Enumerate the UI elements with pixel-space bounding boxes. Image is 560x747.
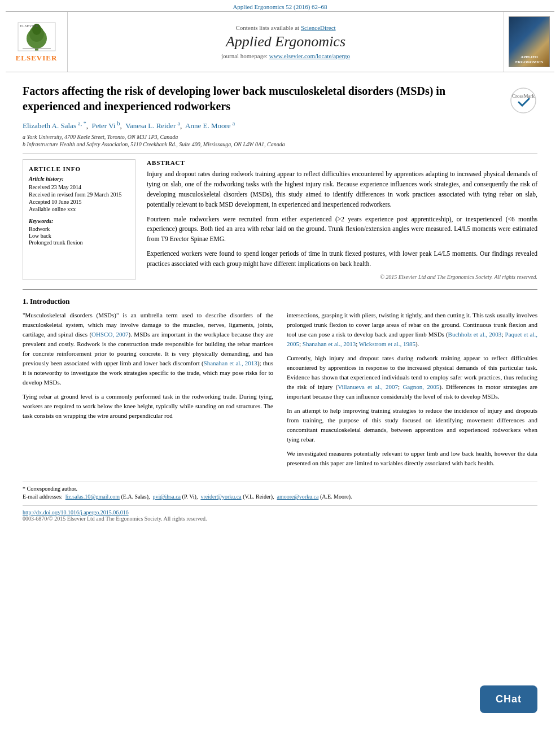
ref-shanahan-2[interactable]: Shanahan et al., 2013 — [303, 340, 356, 347]
abstract-p3: Experienced workers were found to spend … — [147, 249, 537, 269]
footnote-corresponding: * Corresponding author. — [23, 486, 537, 492]
email-reider[interactable]: vreider@yorku.ca — [200, 493, 241, 500]
section-divider-thick — [23, 289, 537, 290]
chat-button[interactable]: CHat — [480, 685, 537, 713]
keyword-rodwork: Rodwork — [29, 226, 129, 232]
journal-citation-bar: Applied Ergonomics 52 (2016) 62–68 — [0, 0, 560, 11]
intro-right-p4: We investigated measures potentially rel… — [287, 449, 537, 468]
svg-point-7 — [511, 88, 536, 113]
footnote-section: * Corresponding author. E-mail addresses… — [23, 482, 537, 500]
journal-header: ELSEVIER ELSEVIER Contents lists availab… — [6, 11, 554, 72]
ref-villanueva[interactable]: Villanueva et al., 2007 — [338, 383, 398, 390]
divider-after-affiliations — [23, 153, 537, 154]
journal-citation: Applied Ergonomics 52 (2016) 62–68 — [233, 3, 327, 10]
email-moore[interactable]: amoore@yorku.ca — [277, 493, 318, 500]
footnote-emails: E-mail addresses: liz.salas.10@gmail.com… — [23, 493, 537, 500]
sciencedirect-line: Contents lists available at ScienceDirec… — [235, 24, 335, 31]
footnote-email-label: E-mail addresses: — [23, 493, 63, 500]
accepted-date: Accepted 10 June 2015 — [29, 199, 129, 205]
journal-name: Applied Ergonomics — [226, 33, 345, 50]
keyword-low-back: Low back — [29, 233, 129, 239]
abstract-p2: Fourteen male rodworkers were recruited … — [147, 215, 537, 244]
affiliation-a: a York University, 4700 Keele Street, To… — [23, 134, 537, 140]
svg-text:CrossMark: CrossMark — [512, 93, 535, 99]
intro-right-p3: In an attempt to help improving training… — [287, 406, 537, 444]
svg-line-10 — [522, 99, 529, 106]
issn-copyright: 0003-6870/© 2015 Elsevier Ltd and The Er… — [23, 516, 207, 522]
author-vi: Peter Vi — [91, 121, 115, 130]
ref-buchholz[interactable]: Buchholz et al., 2003 — [448, 331, 502, 338]
affiliation-b: b Infrastructure Health and Safety Assoc… — [23, 141, 537, 147]
authors-line: Elizabeth A. Salas a, *, Peter Vi b, Van… — [23, 120, 537, 130]
body-left-column: "Musculoskeletal disorders (MSDs)" is an… — [23, 311, 273, 473]
abstract-copyright: © 2015 Elsevier Ltd and The Ergonomics S… — [147, 274, 537, 280]
body-two-column: "Musculoskeletal disorders (MSDs)" is an… — [23, 311, 537, 473]
author-salas: Elizabeth A. Salas — [23, 121, 76, 130]
cover-journal-title: APPLIEDERGONOMICS — [515, 55, 543, 64]
article-info-heading: ARTICLE INFO — [29, 165, 129, 172]
intro-left-p1: "Musculoskeletal disorders (MSDs)" is an… — [23, 311, 273, 387]
elsevier-tree-icon: ELSEVIER — [17, 21, 56, 53]
author-reider: Vanesa L. Reider — [125, 121, 176, 130]
journal-cover-image: APPLIEDERGONOMICS — [509, 16, 550, 67]
ref-gagnon[interactable]: Gagnon, 2005 — [403, 383, 439, 390]
journal-title-area: Contents lists available at ScienceDirec… — [68, 12, 504, 72]
keywords-label: Keywords: — [29, 218, 129, 224]
email-vi[interactable]: pvi@ihsa.ca — [153, 493, 181, 500]
affiliations: a York University, 4700 Keele Street, To… — [23, 134, 537, 147]
abstract-p1: Injury and dropout rates during rodwork … — [147, 169, 537, 209]
available-online: Available online xxx — [29, 206, 129, 212]
intro-right-p2: Currently, high injury and dropout rates… — [287, 353, 537, 401]
doi-link[interactable]: http://dx.doi.org/10.1016/j.apergo.2015.… — [23, 509, 129, 516]
ref-wickstrom[interactable]: Wickstrom et al., 1985 — [359, 340, 415, 347]
intro-heading: 1. Introduction — [23, 297, 537, 306]
keyword-trunk-flexion: Prolonged trunk flexion — [29, 239, 129, 246]
article-title: Factors affecting the risk of developing… — [23, 84, 509, 114]
publisher-logo-area: ELSEVIER ELSEVIER — [6, 12, 68, 72]
journal-cover-area: APPLIEDERGONOMICS — [504, 12, 554, 72]
abstract-heading: ABSTRACT — [147, 159, 537, 166]
revised-date: Received in revised form 29 March 2015 — [29, 191, 129, 198]
abstract-text: Injury and dropout rates during rodwork … — [147, 169, 537, 269]
bottom-bar: http://dx.doi.org/10.1016/j.apergo.2015.… — [23, 505, 537, 522]
keywords-section: Keywords: Rodwork Low back Prolonged tru… — [29, 218, 129, 246]
ref-shanahan-1[interactable]: Shanahan et al., 2013 — [204, 360, 257, 366]
journal-homepage-line: journal homepage: www.elsevier.com/locat… — [221, 53, 350, 59]
body-right-column: intersections, grasping it with pliers, … — [287, 311, 537, 473]
elsevier-logo: ELSEVIER ELSEVIER — [16, 21, 58, 63]
svg-text:ELSEVIER: ELSEVIER — [20, 24, 38, 28]
received-date: Received 23 May 2014 — [29, 184, 129, 190]
article-info-abstract-row: ARTICLE INFO Article history: Received 2… — [23, 159, 537, 279]
intro-right-p1: intersections, grasping it with pliers, … — [287, 311, 537, 349]
email-salas[interactable]: liz.salas.10@gmail.com — [65, 493, 120, 500]
abstract-column: ABSTRACT Injury and dropout rates during… — [147, 159, 537, 279]
main-content-area: Factors affecting the risk of developing… — [0, 72, 560, 533]
sciencedirect-link[interactable]: ScienceDirect — [301, 24, 336, 31]
elsevier-brand-text: ELSEVIER — [16, 54, 58, 63]
intro-left-p2: Tying rebar at ground level is a commonl… — [23, 392, 273, 421]
article-title-section: Factors affecting the risk of developing… — [23, 84, 537, 115]
ref-ohsco[interactable]: OHSCO, 2007 — [91, 331, 128, 338]
article-info-box: ARTICLE INFO Article history: Received 2… — [23, 159, 135, 279]
journal-homepage-link[interactable]: www.elsevier.com/locate/apergo — [269, 53, 350, 59]
crossmark-icon[interactable]: CrossMark — [509, 86, 537, 115]
article-history-label: Article history: — [29, 176, 129, 182]
introduction-section: 1. Introduction "Musculoskeletal disorde… — [23, 297, 537, 473]
author-moore: Anne E. Moore — [185, 121, 231, 130]
